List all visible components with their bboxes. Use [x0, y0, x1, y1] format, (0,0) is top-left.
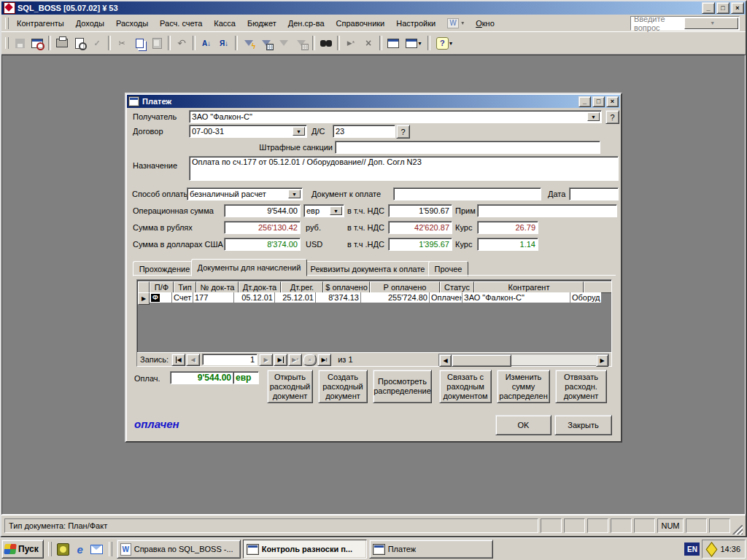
- start-button[interactable]: Пуск: [1, 540, 44, 559]
- first-record-button[interactable]: ◀: [171, 354, 185, 366]
- grid-header-contractor[interactable]: Контрагент: [474, 281, 584, 293]
- menu-window[interactable]: Окно: [470, 17, 500, 30]
- tab-payment-doc-details[interactable]: Реквизиты документа к оплате: [304, 261, 431, 276]
- vat3-field[interactable]: 1'395.67: [388, 238, 452, 251]
- clock-app-icon[interactable]: [56, 542, 71, 556]
- recipient-help-button[interactable]: ?: [605, 110, 619, 124]
- tab-other[interactable]: Прочее: [428, 261, 468, 276]
- clock[interactable]: 14:36: [720, 545, 740, 553]
- scroll-left-icon[interactable]: ◀: [439, 354, 452, 367]
- last-record-button[interactable]: ▶: [274, 354, 287, 366]
- maximize-button[interactable]: □: [716, 2, 729, 14]
- cell-extra[interactable]: Оборуд: [570, 292, 601, 303]
- rate2-field[interactable]: 1.14: [477, 238, 538, 251]
- save-icon[interactable]: [12, 35, 28, 51]
- database-search-icon[interactable]: [29, 35, 45, 51]
- cancel-record-icon[interactable]: ×: [303, 354, 317, 366]
- ask-question-dropdown-icon[interactable]: ▼: [684, 18, 739, 29]
- payment-doc-field[interactable]: [393, 187, 541, 201]
- penalties-field[interactable]: [335, 141, 600, 154]
- scrollbar-thumb[interactable]: [452, 354, 511, 367]
- current-record-field[interactable]: 1: [202, 354, 258, 365]
- task-help-window[interactable]: W Справка по SQL_BOSS -...: [117, 540, 241, 559]
- contract-dropdown-icon[interactable]: ▼: [293, 127, 305, 136]
- outlook-express-icon[interactable]: [90, 542, 104, 556]
- help-icon[interactable]: ?▾: [433, 35, 455, 51]
- contract-help-button[interactable]: ?: [396, 125, 410, 139]
- cell-usd-paid[interactable]: 8'374.13: [316, 292, 361, 303]
- grid-header-usd-paid[interactable]: $ оплачено: [323, 281, 370, 293]
- currency-dropdown-icon[interactable]: ▼: [330, 206, 342, 215]
- grid-header-pf[interactable]: П/Ф: [150, 281, 174, 293]
- filter-by-selection-icon[interactable]: ϟ: [241, 35, 257, 51]
- internet-explorer-icon[interactable]: e: [73, 542, 88, 556]
- menu-contractors[interactable]: Контрагенты: [11, 17, 70, 30]
- recipient-combo[interactable]: ЗАО "Фалкон-С" ▼: [189, 110, 602, 123]
- resize-grip[interactable]: [732, 524, 743, 534]
- menubar-grip[interactable]: [5, 18, 9, 29]
- spelling-icon[interactable]: ✓: [89, 35, 105, 51]
- cell-docdate[interactable]: 05.12.01: [234, 292, 275, 303]
- tab-accrual-documents[interactable]: Документы для начислений: [191, 259, 307, 276]
- cell-docno[interactable]: 177: [193, 292, 234, 303]
- purpose-textarea[interactable]: Оплата по сч.177 от 05.12.01 / Оборудова…: [189, 156, 619, 181]
- minimize-button[interactable]: _: [702, 2, 715, 14]
- payment-method-dropdown-icon[interactable]: ▼: [288, 190, 301, 198]
- dialog-close-button[interactable]: ×: [606, 96, 619, 107]
- unlink-expense-document-button[interactable]: Отвязать расходн. документ: [555, 370, 607, 403]
- cell-type[interactable]: Счет: [172, 292, 193, 303]
- close-button[interactable]: ×: [731, 2, 744, 14]
- grid-horizontal-scrollbar[interactable]: ◀ ▶: [438, 354, 609, 366]
- currency-combo[interactable]: евр ▼: [303, 204, 344, 217]
- toolbar-grip[interactable]: [5, 37, 9, 49]
- ok-button[interactable]: OK: [495, 415, 551, 435]
- record-selector-icon[interactable]: ▶: [138, 292, 150, 305]
- grid-header-extra[interactable]: [584, 281, 611, 293]
- link-expense-document-button[interactable]: Связать с раходным документом: [439, 370, 492, 403]
- menu-cashdesk[interactable]: Касса: [208, 17, 241, 30]
- task-payment-window[interactable]: Платеж: [369, 540, 493, 559]
- next-record-button[interactable]: ▶: [259, 354, 273, 366]
- menu-expenses[interactable]: Расходы: [110, 17, 154, 30]
- undo-icon[interactable]: ↶: [174, 35, 190, 51]
- rub-sum-field[interactable]: 256'130.42: [224, 221, 301, 234]
- open-expense-document-button[interactable]: Открыть расходный документ: [267, 370, 313, 403]
- copy-icon[interactable]: [131, 35, 147, 51]
- filter-icon[interactable]: [276, 35, 292, 51]
- previous-record-button[interactable]: ◀: [186, 354, 200, 366]
- date-field[interactable]: [569, 187, 619, 201]
- cell-pf[interactable]: Ф: [150, 292, 172, 303]
- tab-passage[interactable]: Прохождение: [133, 261, 196, 276]
- grid-header-rub-paid[interactable]: Р оплачено: [370, 281, 440, 293]
- menu-incomes[interactable]: Доходы: [70, 17, 110, 30]
- operational-sum-field[interactable]: 9'544.00: [224, 204, 301, 217]
- rate1-field[interactable]: 26.79: [477, 221, 538, 234]
- view-distribution-button[interactable]: Просмотреть распределение: [373, 370, 432, 403]
- vat1-field[interactable]: 1'590.67: [388, 204, 452, 217]
- language-indicator[interactable]: EN: [684, 542, 700, 556]
- task-control-window[interactable]: Контроль разноски п...: [243, 540, 367, 559]
- create-expense-document-button[interactable]: Создать расходный документ: [318, 370, 368, 403]
- dialog-minimize-button[interactable]: _: [578, 96, 591, 107]
- cut-icon[interactable]: ✂: [114, 35, 130, 51]
- cell-status[interactable]: Оплачен: [430, 292, 462, 303]
- find-icon[interactable]: [318, 35, 334, 51]
- recipient-dropdown-icon[interactable]: ▼: [587, 112, 600, 121]
- word-tool-icon[interactable]: W ▾: [441, 16, 470, 31]
- grid-header-type[interactable]: Тип: [174, 281, 196, 293]
- menu-directories[interactable]: Справочники: [330, 17, 391, 30]
- tray-app-icon[interactable]: [706, 542, 718, 557]
- database-window-icon[interactable]: [385, 35, 401, 51]
- scroll-right-icon[interactable]: ▶: [596, 354, 608, 367]
- payment-dialog-titlebar[interactable]: Платеж _ □ ×: [127, 95, 620, 108]
- vat2-field[interactable]: 42'620.87: [388, 221, 452, 234]
- paid-amount-field[interactable]: 9'544.00: [170, 371, 234, 384]
- print-preview-icon[interactable]: [71, 35, 88, 51]
- change-distribution-sum-button[interactable]: Изменить сумму распределен: [497, 370, 550, 403]
- menu-budget[interactable]: Бюджет: [241, 17, 282, 30]
- remove-filter-icon[interactable]: [293, 35, 309, 51]
- sort-descending-icon[interactable]: Я↓: [216, 35, 232, 51]
- usd-sum-field[interactable]: 8'374.00: [224, 238, 301, 251]
- cell-rub-paid[interactable]: 255'724.80: [361, 292, 430, 303]
- grid-header-status[interactable]: Статус: [440, 281, 474, 293]
